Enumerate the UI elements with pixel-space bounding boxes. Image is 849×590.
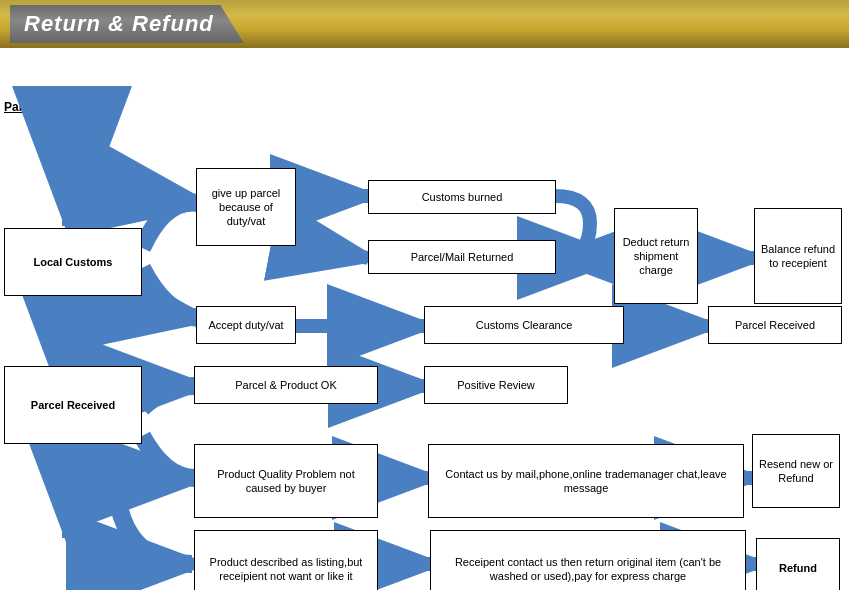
main-content: Parcel Dispatched — [0, 48, 849, 590]
parcel-dispatched-label: Parcel Dispatched — [4, 100, 108, 114]
receipient-contact-box: Receipent contact us then return origina… — [430, 530, 746, 590]
parcel-received-left-box: Parcel Received — [4, 366, 142, 444]
svg-line-6 — [295, 244, 368, 258]
customs-burned-box: Customs burned — [368, 180, 556, 214]
resend-refund-box: Resend new or Refund — [752, 434, 840, 508]
product-described-box: Product described as listing,but receipi… — [194, 530, 378, 590]
parcel-mail-returned-box: Parcel/Mail Returned — [368, 240, 556, 274]
balance-refund-box: Balance refund to recepient — [754, 208, 842, 304]
give-up-parcel-box: give up parcel because of duty/vat — [196, 168, 296, 246]
accept-duty-box: Accept duty/vat — [196, 306, 296, 344]
header-title-box: Return & Refund — [10, 5, 244, 43]
header: Return & Refund — [0, 0, 849, 48]
refund-box: Refund — [756, 538, 840, 590]
header-title: Return & Refund — [24, 11, 214, 36]
contact-us-box: Contact us by mail,phone,online trademan… — [428, 444, 744, 518]
local-customs-box: Local Customs — [4, 228, 142, 296]
parcel-product-ok-box: Parcel & Product OK — [194, 366, 378, 404]
customs-clearance-box: Customs Clearance — [424, 306, 624, 344]
deduct-return-box: Deduct return shipment charge — [614, 208, 698, 304]
positive-review-box: Positive Review — [424, 366, 568, 404]
parcel-received-top-box: Parcel Received — [708, 306, 842, 344]
product-quality-box: Product Quality Problem not caused by bu… — [194, 444, 378, 518]
